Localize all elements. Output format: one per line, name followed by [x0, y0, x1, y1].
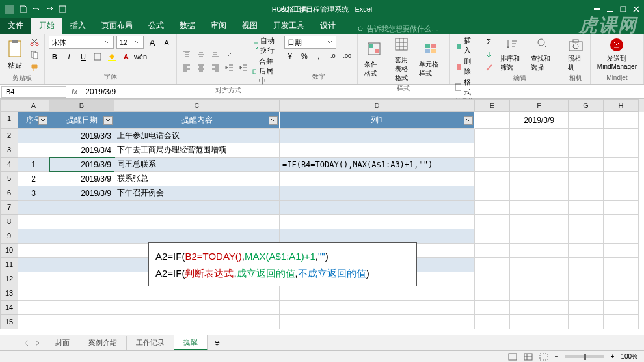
inc-decimal-button[interactable]: .0: [327, 50, 339, 62]
row-head[interactable]: 14: [0, 301, 18, 315]
sheet-prev-icon[interactable]: [23, 340, 30, 346]
table-header[interactable]: 序号: [18, 112, 49, 129]
cell[interactable]: [475, 315, 510, 329]
cell[interactable]: [569, 301, 604, 315]
cell[interactable]: [604, 229, 639, 244]
save-icon[interactable]: [20, 5, 27, 13]
cell[interactable]: [569, 229, 604, 244]
cell[interactable]: [114, 215, 280, 229]
view-normal-icon[interactable]: [508, 353, 517, 361]
cell[interactable]: [114, 301, 280, 315]
autosum-button[interactable]: Σ: [483, 36, 495, 48]
clear-button[interactable]: [483, 62, 495, 74]
cell[interactable]: [49, 315, 114, 329]
cell[interactable]: 联系张总: [114, 172, 280, 186]
cell[interactable]: [49, 229, 114, 244]
row-head[interactable]: 1: [0, 112, 18, 129]
font-size-select[interactable]: 12: [116, 36, 144, 49]
indent-inc-button[interactable]: [238, 62, 250, 74]
cell[interactable]: [18, 201, 49, 215]
cell[interactable]: [604, 272, 639, 286]
redo-icon[interactable]: [46, 5, 53, 13]
cell[interactable]: 3: [18, 186, 49, 201]
tab-insert[interactable]: 插入: [62, 18, 94, 34]
cell[interactable]: [18, 143, 49, 158]
cell[interactable]: 2019/3/9: [510, 112, 569, 129]
cell[interactable]: [510, 301, 569, 315]
row-head[interactable]: 11: [0, 258, 18, 272]
select-all-corner[interactable]: [0, 99, 18, 112]
cell[interactable]: [569, 244, 604, 258]
zoom-out-button[interactable]: −: [555, 353, 559, 360]
add-sheet-button[interactable]: ⊕: [208, 339, 226, 347]
row-head[interactable]: 9: [0, 229, 18, 244]
zoom-slider[interactable]: [565, 355, 604, 358]
sort-filter-button[interactable]: 排序和筛选: [498, 36, 526, 74]
cell[interactable]: [569, 129, 604, 143]
tab-layout[interactable]: 页面布局: [94, 18, 141, 34]
tab-file[interactable]: 文件: [0, 18, 31, 34]
tab-formulas[interactable]: 公式: [141, 18, 172, 34]
cell[interactable]: [475, 301, 510, 315]
tab-data[interactable]: 数据: [172, 18, 203, 34]
cell[interactable]: [280, 286, 475, 301]
cell[interactable]: [510, 186, 569, 201]
sheet-tab-reminder[interactable]: 提醒: [174, 335, 208, 350]
table-format-button[interactable]: 套用 表格格式: [389, 36, 414, 84]
cell[interactable]: [475, 286, 510, 301]
cell[interactable]: [114, 229, 280, 244]
undo-icon[interactable]: [33, 5, 40, 13]
cell[interactable]: [604, 215, 639, 229]
filter-button[interactable]: [464, 116, 473, 125]
cell-style-button[interactable]: 单元格样式: [416, 40, 446, 79]
orientation-button[interactable]: [224, 49, 235, 61]
restore-icon[interactable]: [619, 5, 627, 13]
cell[interactable]: [475, 272, 510, 286]
cell[interactable]: [475, 229, 510, 244]
cell[interactable]: [510, 143, 569, 158]
font-color-button[interactable]: A: [120, 51, 132, 63]
row-head[interactable]: 6: [0, 186, 18, 201]
filter-button[interactable]: [269, 116, 278, 125]
view-break-icon[interactable]: [539, 353, 548, 361]
cell[interactable]: [510, 201, 569, 215]
align-right-button[interactable]: [209, 62, 221, 74]
sheet-tab-cover[interactable]: 封面: [46, 336, 79, 350]
grow-font-button[interactable]: A: [146, 36, 158, 48]
cell[interactable]: [18, 215, 49, 229]
cell[interactable]: [604, 315, 639, 329]
filter-button[interactable]: [38, 116, 47, 125]
cell[interactable]: [604, 201, 639, 215]
cut-button[interactable]: [29, 36, 40, 48]
tell-me[interactable]: 告诉我您想要做什么…: [356, 24, 438, 34]
cell[interactable]: 2019/3/9: [49, 158, 114, 172]
cell[interactable]: [475, 112, 510, 129]
table-header[interactable]: 提醒内容: [114, 112, 280, 129]
percent-button[interactable]: %: [299, 50, 310, 62]
border-button[interactable]: [92, 51, 103, 63]
col-H[interactable]: H: [604, 99, 639, 112]
cell[interactable]: [510, 215, 569, 229]
indent-dec-button[interactable]: [224, 62, 235, 74]
cell[interactable]: [280, 129, 475, 143]
shrink-font-button[interactable]: A: [161, 36, 172, 48]
tab-review[interactable]: 审阅: [203, 18, 234, 34]
fill-color-button[interactable]: [106, 51, 118, 63]
col-A[interactable]: A: [18, 99, 49, 112]
cell[interactable]: [475, 244, 510, 258]
cell[interactable]: [604, 301, 639, 315]
align-left-button[interactable]: [181, 62, 193, 74]
cell[interactable]: [569, 215, 604, 229]
align-top-button[interactable]: [181, 49, 193, 61]
cell[interactable]: [510, 172, 569, 186]
cell[interactable]: [510, 158, 569, 172]
cell[interactable]: [569, 286, 604, 301]
cell[interactable]: [475, 158, 510, 172]
col-F[interactable]: F: [510, 99, 569, 112]
cell[interactable]: [18, 229, 49, 244]
cell[interactable]: 2019/3/9: [49, 186, 114, 201]
row-head[interactable]: 12: [0, 272, 18, 286]
table-header[interactable]: 提醒日期: [49, 112, 114, 129]
cell[interactable]: [569, 186, 604, 201]
cell[interactable]: [569, 272, 604, 286]
